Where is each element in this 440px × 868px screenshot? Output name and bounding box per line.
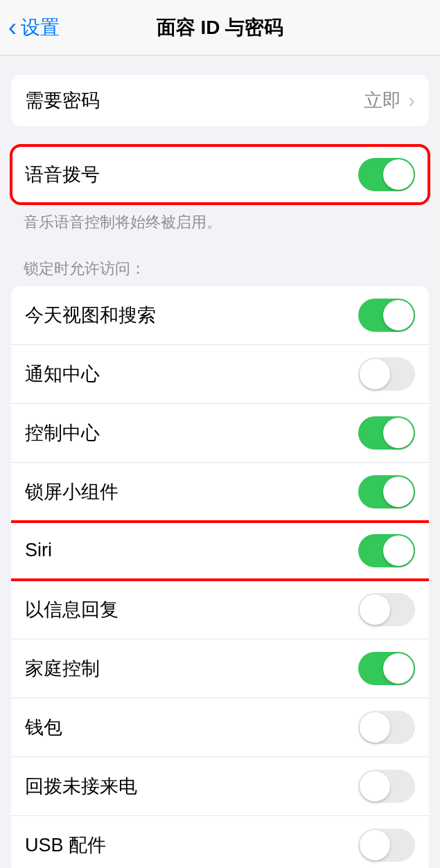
require-passcode-row[interactable]: 需要密码 立即 › — [11, 75, 429, 126]
lock-item-label: 今天视图和搜索 — [25, 303, 156, 328]
lock-item-toggle[interactable] — [358, 593, 415, 626]
lock-item-row: Siri — [11, 522, 429, 581]
back-button[interactable]: ‹ 设置 — [8, 15, 60, 41]
chevron-right-icon: › — [408, 89, 415, 112]
lock-item-row: 钱包 — [11, 698, 429, 757]
lock-item-row: 锁屏小组件 — [11, 463, 429, 522]
lock-item-row: 以信息回复 — [11, 581, 429, 639]
require-passcode-value: 立即 › — [364, 88, 415, 113]
lock-item-row: 控制中心 — [11, 404, 429, 463]
lock-item-row: USB 配件 — [11, 816, 429, 868]
toggle-knob — [360, 771, 390, 801]
lock-item-label: 以信息回复 — [25, 597, 118, 622]
lock-item-label: 锁屏小组件 — [25, 479, 118, 504]
toggle-knob — [360, 359, 390, 389]
lock-item-label: 控制中心 — [25, 420, 100, 445]
lock-item-row: 通知中心 — [11, 345, 429, 404]
require-passcode-label: 需要密码 — [25, 88, 100, 113]
lock-item-label: 家庭控制 — [25, 656, 100, 681]
voice-dial-label: 语音拨号 — [25, 162, 100, 187]
toggle-knob — [383, 653, 414, 684]
voice-dial-row: 语音拨号 — [11, 145, 429, 204]
back-label: 设置 — [21, 15, 60, 41]
voice-dial-footer: 音乐语音控制将始终被启用。 — [24, 212, 416, 233]
lock-item-toggle[interactable] — [358, 299, 415, 332]
passcode-group: 需要密码 立即 › — [11, 75, 429, 126]
voice-dial-toggle[interactable] — [358, 158, 415, 191]
lock-item-label: 通知中心 — [25, 362, 100, 387]
lock-item-toggle[interactable] — [358, 475, 415, 508]
lock-item-label: USB 配件 — [25, 833, 106, 858]
lock-item-toggle[interactable] — [358, 770, 415, 803]
toggle-knob — [383, 535, 414, 566]
page-title: 面容 ID 与密码 — [157, 15, 284, 41]
toggle-knob — [383, 300, 414, 330]
lock-item-toggle[interactable] — [358, 534, 415, 567]
lock-item-label: 钱包 — [25, 715, 62, 740]
lock-item-toggle[interactable] — [358, 711, 415, 744]
lock-item-toggle[interactable] — [358, 829, 415, 862]
lock-access-list: 今天视图和搜索通知中心控制中心锁屏小组件Siri以信息回复家庭控制钱包回拨未接来… — [11, 286, 429, 868]
lock-item-toggle[interactable] — [358, 416, 415, 450]
toggle-knob — [383, 418, 414, 448]
chevron-left-icon: ‹ — [8, 15, 17, 40]
toggle-knob — [360, 594, 390, 625]
lock-item-row: 今天视图和搜索 — [11, 286, 429, 345]
lock-section-header: 锁定时允许访问： — [24, 258, 416, 279]
lock-item-toggle[interactable] — [358, 652, 415, 685]
voice-dial-group: 语音拨号 — [11, 145, 429, 204]
toggle-knob — [360, 830, 390, 860]
lock-item-label: Siri — [25, 540, 52, 561]
toggle-knob — [383, 477, 414, 507]
lock-item-toggle[interactable] — [358, 357, 415, 391]
nav-header: ‹ 设置 面容 ID 与密码 — [0, 0, 440, 55]
toggle-knob — [360, 712, 390, 743]
lock-item-row: 家庭控制 — [11, 639, 429, 698]
toggle-knob — [383, 159, 414, 190]
lock-item-label: 回拨未接来电 — [25, 774, 137, 799]
lock-item-row: 回拨未接来电 — [11, 757, 429, 816]
